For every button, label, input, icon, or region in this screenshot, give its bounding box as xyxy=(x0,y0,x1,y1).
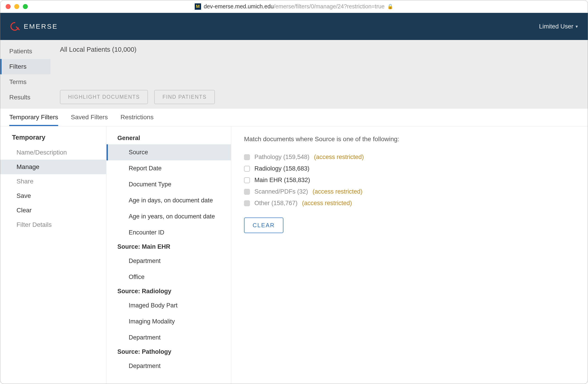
field-mainehr-office[interactable]: Office xyxy=(106,269,231,285)
option-label: Radiology (158,683) xyxy=(254,165,309,172)
restricted-badge: (access restricted) xyxy=(313,188,362,195)
field-document-type[interactable]: Document Type xyxy=(106,176,231,192)
patient-summary: All Local Patients (10,000) xyxy=(60,46,578,53)
url-path: /emerse/filters/0/manage/24?restriction=… xyxy=(274,3,385,9)
filter-fields-list: General Source Report Date Document Type… xyxy=(106,127,231,384)
address-bar: M dev-emerse.med.umich.edu/emerse/filter… xyxy=(0,3,588,10)
highlight-documents-button[interactable]: HIGHLIGHT DOCUMENTS xyxy=(60,90,148,104)
checkbox-main-ehr[interactable] xyxy=(244,177,250,183)
field-radiology-modality[interactable]: Imaging Modality xyxy=(106,313,231,329)
tab-saved-filters[interactable]: Saved Filters xyxy=(71,114,108,126)
option-scanned-pdfs: Scanned/PDFs (32) (access restricted) xyxy=(244,188,575,195)
checkbox-radiology[interactable] xyxy=(244,166,250,172)
checkbox-scanned-pdfs xyxy=(244,189,250,195)
lock-icon: 🔒 xyxy=(387,4,393,9)
temporary-sidebar: Temporary Name/Description Manage Share … xyxy=(0,127,106,384)
find-patients-button[interactable]: FIND PATIENTS xyxy=(154,90,215,104)
option-radiology[interactable]: Radiology (158,683) xyxy=(244,165,575,172)
restricted-badge: (access restricted) xyxy=(314,154,364,161)
field-age-years[interactable]: Age in years, on document date xyxy=(106,209,231,225)
sub-header: Patients Filters Terms Results All Local… xyxy=(0,40,588,109)
restricted-badge: (access restricted) xyxy=(302,200,352,207)
clear-button[interactable]: CLEAR xyxy=(244,217,283,233)
browser-chrome: M dev-emerse.med.umich.edu/emerse/filter… xyxy=(0,0,588,13)
brand-logo-icon xyxy=(10,22,20,31)
url-text: dev-emerse.med.umich.edu/emerse/filters/… xyxy=(204,3,385,10)
nav-filters[interactable]: Filters xyxy=(0,59,50,74)
option-pathology: Pathology (159,548) (access restricted) xyxy=(244,154,575,161)
primary-nav: Patients Filters Terms Results xyxy=(0,40,50,109)
group-main-ehr: Source: Main EHR xyxy=(106,241,231,253)
field-mainehr-department[interactable]: Department xyxy=(106,253,231,269)
source-options: Pathology (159,548) (access restricted) … xyxy=(244,154,575,207)
group-pathology: Source: Pathology xyxy=(106,346,231,358)
checkbox-other xyxy=(244,200,250,206)
action-row: HIGHLIGHT DOCUMENTS FIND PATIENTS xyxy=(60,90,578,104)
sidebar-item-name-description[interactable]: Name/Description xyxy=(0,145,106,160)
user-label: Limited User xyxy=(539,23,573,30)
temporary-title: Temporary xyxy=(0,134,106,145)
field-pathology-department[interactable]: Department xyxy=(106,358,231,374)
sub-header-content: All Local Patients (10,000) HIGHLIGHT DO… xyxy=(50,40,588,109)
sidebar-item-share[interactable]: Share xyxy=(0,174,106,189)
filter-editor: Match documents where Source is one of t… xyxy=(231,127,588,384)
field-age-days[interactable]: Age in days, on document date xyxy=(106,192,231,209)
nav-terms[interactable]: Terms xyxy=(0,74,50,90)
field-source[interactable]: Source xyxy=(106,144,231,160)
favicon-icon: M xyxy=(195,3,201,10)
tab-temporary-filters[interactable]: Temporary Filters xyxy=(9,114,58,126)
option-label: Other (158,767) xyxy=(254,200,298,207)
sidebar-item-clear[interactable]: Clear xyxy=(0,203,106,217)
option-main-ehr[interactable]: Main EHR (158,832) xyxy=(244,177,575,184)
brand-text: EMERSE xyxy=(24,23,58,30)
close-window-icon[interactable] xyxy=(6,4,11,9)
window-controls xyxy=(6,4,28,9)
brand[interactable]: EMERSE xyxy=(10,22,58,31)
minimize-window-icon[interactable] xyxy=(14,4,19,9)
sidebar-item-filter-details[interactable]: Filter Details xyxy=(0,217,106,232)
option-other: Other (158,767) (access restricted) xyxy=(244,200,575,207)
tab-restrictions[interactable]: Restrictions xyxy=(121,114,154,126)
user-menu[interactable]: Limited User ▾ xyxy=(539,23,578,30)
checkbox-pathology xyxy=(244,154,250,160)
option-label: Pathology (159,548) xyxy=(254,154,309,161)
option-label: Scanned/PDFs (32) xyxy=(254,188,308,195)
content-columns: Temporary Name/Description Manage Share … xyxy=(0,127,588,384)
field-encounter-id[interactable]: Encounter ID xyxy=(106,225,231,241)
field-radiology-body-part[interactable]: Imaged Body Part xyxy=(106,297,231,313)
nav-patients[interactable]: Patients xyxy=(0,44,50,59)
sidebar-item-manage[interactable]: Manage xyxy=(0,160,106,174)
nav-results[interactable]: Results xyxy=(0,90,50,105)
filter-description: Match documents where Source is one of t… xyxy=(244,135,575,143)
group-general: General xyxy=(106,132,231,144)
top-nav: EMERSE Limited User ▾ xyxy=(0,13,588,40)
filter-tabs: Temporary Filters Saved Filters Restrict… xyxy=(0,109,588,127)
maximize-window-icon[interactable] xyxy=(23,4,28,9)
chevron-down-icon: ▾ xyxy=(576,24,578,29)
sidebar-item-save[interactable]: Save xyxy=(0,189,106,203)
option-label: Main EHR (158,832) xyxy=(254,177,310,184)
url-host: dev-emerse.med.umich.edu xyxy=(204,3,274,9)
field-report-date[interactable]: Report Date xyxy=(106,160,231,176)
field-radiology-department[interactable]: Department xyxy=(106,329,231,346)
app-window: M dev-emerse.med.umich.edu/emerse/filter… xyxy=(0,0,588,384)
group-radiology: Source: Radiology xyxy=(106,285,231,297)
